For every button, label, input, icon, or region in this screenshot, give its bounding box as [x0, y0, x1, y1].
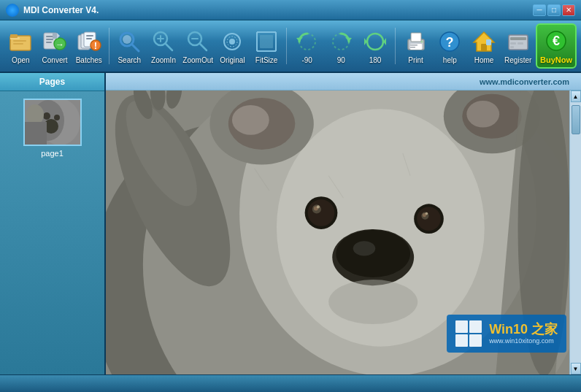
svg-marker-43 [296, 37, 303, 42]
svg-rect-72 [25, 122, 47, 146]
svg-point-79 [336, 230, 410, 277]
search-icon [116, 28, 142, 55]
original-icon [219, 28, 245, 55]
win10-text-block: Win10 之家 www.win10xitong.com [489, 323, 558, 345]
win10-square-bl [455, 334, 468, 347]
print-button[interactable]: Print [399, 23, 432, 69]
svg-rect-34 [260, 35, 273, 48]
zoomin-label: ZoomIn [151, 56, 176, 64]
svg-rect-3 [13, 40, 26, 42]
original-label: Original [220, 56, 245, 64]
vertical-scrollbar: ▲ ▼ [569, 91, 581, 374]
svg-point-82 [308, 199, 335, 226]
zoomout-button[interactable]: ZoomOut [181, 23, 215, 69]
fitsize-icon [253, 28, 280, 55]
search-button[interactable]: Search [113, 23, 146, 69]
svg-point-90 [426, 212, 428, 215]
original-button[interactable]: Original [216, 23, 249, 69]
scrollbar-thumb[interactable] [572, 105, 580, 134]
register-button[interactable]: Register [501, 23, 534, 69]
win10-subtitle: www.win10xitong.com [489, 337, 558, 345]
batches-icon: ! [76, 28, 102, 55]
convert-icon: → [42, 28, 68, 55]
zoomin-button[interactable]: ZoomIn [147, 23, 180, 69]
win10-watermark: Win10 之家 www.win10xitong.com [447, 315, 566, 353]
svg-point-85 [317, 205, 320, 208]
content-area: www.mdiconverter.com [106, 73, 581, 374]
svg-point-71 [26, 104, 44, 125]
svg-rect-17 [86, 38, 92, 39]
buynow-icon: € [543, 28, 569, 54]
home-button[interactable]: Home [468, 23, 501, 69]
svg-text:→: → [55, 39, 64, 50]
svg-marker-44 [345, 37, 352, 42]
svg-rect-60 [510, 42, 516, 45]
rotate-minus90-label: -90 [301, 56, 312, 64]
app-title: MDI Converter V4. [23, 5, 533, 15]
zoomout-label: ZoomOut [182, 56, 213, 64]
rotate-180-label: 180 [369, 56, 382, 64]
svg-line-28 [200, 44, 207, 50]
statusbar [0, 374, 581, 392]
content-header: www.mdiconverter.com [106, 73, 581, 91]
svg-point-52 [420, 40, 423, 42]
fitsize-button[interactable]: FitSize [250, 23, 283, 69]
win10-square-br [469, 334, 482, 347]
svg-text:€: € [553, 34, 560, 48]
search-label: Search [118, 56, 141, 64]
pages-panel: Pages page1 [0, 73, 106, 374]
register-label: Register [504, 56, 531, 64]
pages-header: Pages [0, 73, 104, 91]
close-button[interactable]: ✕ [562, 4, 575, 16]
page-thumb-label-1: page1 [41, 149, 64, 158]
svg-rect-51 [410, 47, 415, 48]
open-label: Open [12, 56, 29, 64]
win10-square-tr [469, 320, 482, 333]
svg-point-22 [123, 35, 131, 44]
register-icon [505, 28, 531, 55]
rotate-180-button[interactable]: 180 [359, 23, 392, 69]
svg-rect-8 [46, 42, 52, 43]
svg-line-24 [166, 44, 172, 50]
svg-rect-59 [510, 37, 526, 40]
svg-rect-11 [53, 33, 57, 39]
rotate-minus90-button[interactable]: -90 [290, 23, 323, 69]
toolbar: Open → Convert [0, 20, 581, 73]
win10-logo [455, 320, 482, 347]
win10-title-main: Win10 [489, 322, 528, 337]
help-label: help [443, 56, 457, 64]
page-thumbnail-1[interactable]: page1 [0, 99, 104, 158]
scrollbar-up-button[interactable]: ▲ [571, 91, 581, 102]
help-button[interactable]: ? help [434, 23, 466, 69]
separator-3 [395, 28, 396, 64]
svg-rect-62 [510, 46, 514, 48]
separator-1 [109, 28, 109, 64]
svg-text:!: ! [94, 40, 97, 51]
maximize-button[interactable]: □ [547, 4, 561, 16]
svg-point-105 [466, 101, 499, 128]
help-icon: ? [436, 28, 463, 55]
svg-rect-7 [46, 39, 53, 40]
buynow-button[interactable]: € BuyNow [536, 23, 577, 69]
website-label: www.mdiconverter.com [480, 77, 569, 86]
svg-rect-56 [481, 44, 487, 51]
svg-point-87 [417, 207, 441, 231]
minimize-button[interactable]: ─ [533, 4, 546, 16]
batches-button[interactable]: ! Batches [72, 23, 105, 69]
rotate-90-button[interactable]: 90 [325, 23, 358, 69]
svg-rect-4 [13, 43, 23, 45]
svg-line-21 [132, 45, 139, 51]
svg-point-69 [43, 112, 50, 120]
svg-point-80 [353, 241, 376, 255]
open-button[interactable]: Open [4, 23, 37, 69]
home-label: Home [474, 56, 494, 64]
win10-title-suffix: 之家 [531, 322, 558, 337]
svg-point-70 [54, 115, 60, 120]
app-icon [6, 4, 19, 17]
svg-point-104 [232, 105, 269, 135]
svg-rect-50 [410, 45, 418, 46]
convert-button[interactable]: → Convert [39, 23, 72, 69]
scrollbar-down-button[interactable]: ▼ [571, 363, 581, 374]
rotate-minus90-icon [294, 28, 320, 55]
home-icon [471, 28, 497, 55]
